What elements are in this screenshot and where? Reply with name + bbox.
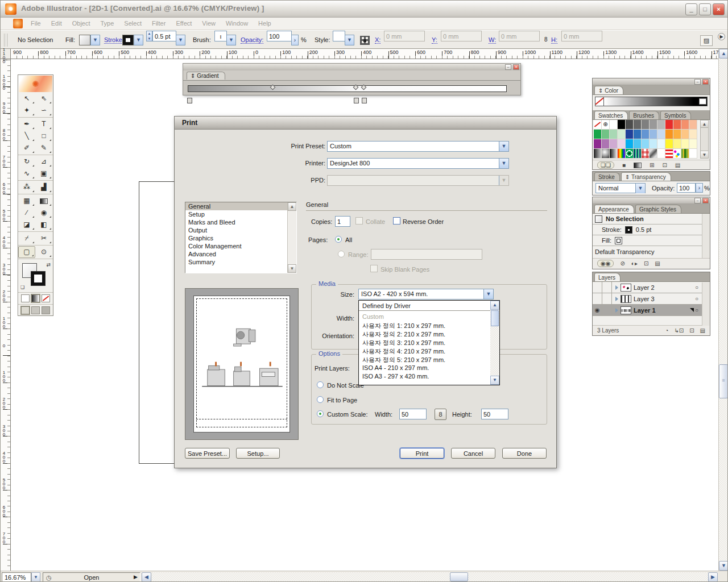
swatch[interactable]	[689, 120, 697, 130]
print-section-color-management[interactable]: Color Management	[185, 242, 296, 250]
w-field[interactable]: 0 mm	[499, 31, 540, 41]
print-section-graphics[interactable]: Graphics	[185, 234, 296, 242]
palette-flyout-icon[interactable]: ▶	[718, 33, 725, 40]
pattern-swatches-icon[interactable]: ⊞	[650, 162, 654, 168]
tab-transparency[interactable]: ⇕ Transparency	[621, 172, 671, 181]
fill-swatch[interactable]	[79, 35, 90, 45]
swatch[interactable]	[665, 130, 673, 139]
swatch[interactable]	[665, 149, 673, 159]
chevron-down-icon[interactable]: ▼	[483, 289, 493, 299]
menu-item-effect[interactable]: Effect	[171, 18, 197, 30]
constrain-link-icon[interactable]: 8	[544, 36, 548, 43]
swatch[interactable]	[618, 120, 626, 130]
layer-name[interactable]: Layer 3	[634, 296, 655, 302]
minimize-button[interactable]: _	[685, 3, 697, 15]
page-tool[interactable]: ▢	[18, 246, 35, 258]
x-field[interactable]: 0 mm	[384, 31, 425, 41]
swatch[interactable]	[634, 130, 642, 139]
direct-selection-tool[interactable]: ⇖	[35, 93, 52, 105]
size-option[interactable]: 사용자 정의 5: 210 x 297 mm.	[359, 355, 490, 364]
delete-layer-icon[interactable]: ▤	[700, 327, 705, 334]
default-fill-stroke-icon[interactable]: ❏	[20, 285, 24, 290]
swatch[interactable]	[681, 130, 689, 139]
swatch[interactable]	[650, 120, 657, 130]
delete-swatch-icon[interactable]: ▤	[675, 162, 680, 168]
size-option[interactable]: 사용자 정의 4: 210 x 297 mm.	[359, 347, 490, 355]
opacity-field[interactable]: 100	[677, 183, 696, 193]
panel-titlebar[interactable]: – ×	[593, 197, 710, 204]
custom-scale-radio[interactable]	[317, 410, 324, 417]
target-circle-icon[interactable]: ○	[695, 284, 698, 290]
new-layer-icon[interactable]: ⊡	[689, 327, 694, 334]
swatch[interactable]	[642, 120, 650, 130]
fit-to-page-radio[interactable]	[317, 396, 324, 403]
lock-toggle[interactable]	[602, 282, 612, 293]
panel-close-icon[interactable]: ×	[702, 79, 709, 85]
fullscreen-icon[interactable]	[42, 306, 50, 314]
tab-stroke[interactable]: Stroke	[594, 172, 620, 181]
palette-grip[interactable]	[4, 34, 9, 47]
appearance-scrollbar[interactable]	[702, 214, 710, 258]
appearance-row-no-selection[interactable]: No Selection	[593, 214, 702, 225]
clear-appearance-icon[interactable]: ⊘	[620, 260, 624, 267]
swatch[interactable]	[634, 139, 642, 149]
visibility-toggle[interactable]	[593, 282, 602, 293]
swatch[interactable]	[673, 120, 681, 130]
line-segment-tool[interactable]: ╲	[18, 130, 35, 142]
gradient-midpoint-icon[interactable]	[270, 85, 276, 90]
save-preset-button[interactable]: Save Preset...	[185, 448, 230, 459]
status-flyout-icon[interactable]: ▶	[134, 574, 138, 580]
gradient-midpoint-icon[interactable]	[361, 85, 366, 90]
zoom-dropdown-icon[interactable]: ▼	[31, 572, 40, 582]
slice-tool[interactable]: ⌿	[18, 232, 35, 244]
stroke-weight-field[interactable]: 0.5 pt	[152, 31, 176, 41]
paintbrush-tool[interactable]: ✐	[18, 142, 35, 154]
mesh-tool[interactable]: ▦	[18, 195, 35, 207]
reverse-order-checkbox[interactable]	[393, 217, 400, 225]
swatch[interactable]	[626, 120, 634, 130]
sections-scrollbar[interactable]: ▲ ▼	[287, 202, 296, 273]
scroll-right-icon[interactable]: ▶	[708, 572, 718, 582]
menu-item-file[interactable]: File	[26, 18, 46, 30]
swatch[interactable]	[594, 139, 602, 149]
size-option[interactable]: 사용자 정의 2: 210 x 297 mm.	[359, 330, 490, 338]
swatch[interactable]	[650, 149, 657, 159]
copies-field[interactable]: 1	[335, 216, 350, 227]
layer-row-layer-1[interactable]: ◉ Layer 1 ○	[593, 305, 702, 316]
tab-color[interactable]: ⇕ Color	[594, 86, 623, 94]
swatch[interactable]	[657, 139, 665, 149]
opacity-field[interactable]: 100	[267, 31, 292, 41]
expand-triangle-icon[interactable]	[615, 297, 618, 301]
h-link[interactable]: H:	[551, 36, 557, 44]
swatch[interactable]	[610, 149, 618, 159]
stroke-weight-stepper[interactable]: ▲▼	[146, 31, 152, 41]
print-section-summary[interactable]: Summary	[185, 258, 296, 266]
print-section-setup[interactable]: Setup	[185, 210, 296, 218]
layer-row-layer-3[interactable]: Layer 3 ○	[593, 293, 702, 305]
h-field[interactable]: 0 mm	[561, 31, 602, 41]
pages-all-radio[interactable]	[335, 236, 342, 243]
print-section-output[interactable]: Output	[185, 226, 296, 234]
brush-dropdown-arrow-icon[interactable]: ▼	[226, 35, 236, 45]
workspace-icon[interactable]: ▨	[700, 35, 713, 46]
swatch[interactable]	[594, 149, 602, 159]
cancel-button[interactable]: Cancel	[451, 448, 495, 459]
swatch[interactable]	[657, 130, 665, 139]
swatch[interactable]	[602, 130, 610, 139]
swatch[interactable]	[602, 149, 610, 159]
size-option[interactable]: 사용자 정의 3: 210 x 297 mm.	[359, 338, 490, 347]
tab-graphic-styles[interactable]: Graphic Styles	[635, 205, 681, 213]
stroke-dropdown-arrow-icon[interactable]: ▼	[134, 35, 143, 45]
y-link[interactable]: Y:	[432, 36, 437, 44]
y-field[interactable]: 0 mm	[441, 31, 482, 41]
layer-name[interactable]: Layer 2	[634, 284, 655, 291]
swatch[interactable]	[681, 149, 689, 159]
size-option[interactable]: 사용자 정의 1: 210 x 297 mm.	[359, 321, 490, 330]
new-art-basic-icon[interactable]: ◉◉	[597, 260, 614, 267]
gradient-midpoint-icon[interactable]	[353, 85, 358, 90]
chevron-down-icon[interactable]: ▼	[499, 142, 508, 151]
print-section-advanced[interactable]: Advanced	[185, 250, 296, 258]
swatch[interactable]	[626, 139, 634, 149]
appearance-row-stroke[interactable]: Stroke: 0.5 pt	[593, 225, 702, 235]
expand-triangle-icon[interactable]	[615, 308, 618, 313]
